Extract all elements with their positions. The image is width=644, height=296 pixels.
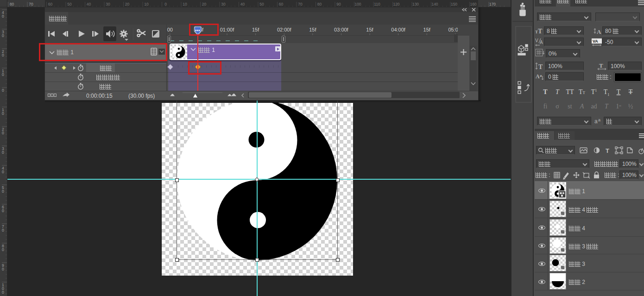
svg-text:A: A	[580, 103, 584, 110]
svg-text:TT: TT	[579, 88, 586, 95]
svg-text:a: a	[598, 118, 600, 122]
svg-text:V: V	[535, 38, 538, 43]
svg-text:05:00f: 05:00f	[448, 27, 458, 32]
svg-text:T: T	[605, 103, 609, 110]
svg-text:15f: 15f	[309, 27, 316, 32]
svg-text:T: T	[538, 28, 543, 35]
svg-text:02:00f: 02:00f	[277, 27, 292, 32]
svg-text:15f: 15f	[366, 27, 373, 32]
svg-text:T1: T1	[604, 88, 610, 96]
svg-text:T: T	[629, 88, 633, 95]
svg-text:st: st	[568, 103, 572, 110]
svg-text:1st: 1st	[616, 103, 621, 110]
svg-text:T: T	[543, 88, 548, 95]
svg-text:0: 0	[2, 72, 4, 77]
svg-text:T: T	[617, 88, 621, 95]
svg-text:0: 0	[2, 170, 4, 174]
svg-text:a: a	[594, 118, 598, 125]
svg-text:TT: TT	[566, 88, 574, 95]
svg-text:03:00f: 03:00f	[334, 27, 349, 32]
svg-text:fi: fi	[543, 103, 548, 110]
svg-text:15f: 15f	[252, 27, 259, 32]
svg-text:04:00f: 04:00f	[391, 27, 406, 32]
svg-text:A: A	[540, 40, 543, 45]
svg-text:A: A	[536, 73, 540, 80]
svg-text:0: 0	[2, 131, 4, 135]
svg-text:T: T	[599, 62, 603, 69]
svg-text:ad: ad	[591, 103, 597, 110]
svg-text:0: 0	[2, 88, 4, 93]
svg-text:a: a	[540, 73, 542, 78]
svg-text:00: 00	[167, 27, 173, 32]
svg-text:T: T	[556, 88, 560, 95]
svg-text:15f: 15f	[423, 27, 431, 32]
svg-text:0: 0	[2, 53, 4, 57]
svg-text:01:00f: 01:00f	[220, 27, 235, 32]
svg-text:0: 0	[2, 208, 4, 213]
svg-text:0: 0	[2, 290, 4, 295]
svg-text:σ: σ	[556, 103, 559, 110]
svg-text:T1: T1	[591, 88, 597, 95]
svg-text:T: T	[606, 147, 609, 154]
svg-text:0: 0	[2, 189, 4, 194]
svg-text:0: 0	[2, 150, 4, 155]
svg-text:0: 0	[2, 14, 4, 19]
svg-text:0: 0	[2, 267, 4, 271]
svg-text:0: 0	[2, 33, 4, 38]
svg-text:T: T	[538, 63, 543, 70]
svg-text:0: 0	[2, 228, 4, 233]
svg-text:0: 0	[2, 247, 4, 252]
svg-text:½: ½	[628, 103, 633, 110]
svg-text:0: 0	[2, 111, 4, 116]
svg-text:A: A	[597, 28, 601, 35]
svg-text:VA: VA	[593, 39, 598, 44]
